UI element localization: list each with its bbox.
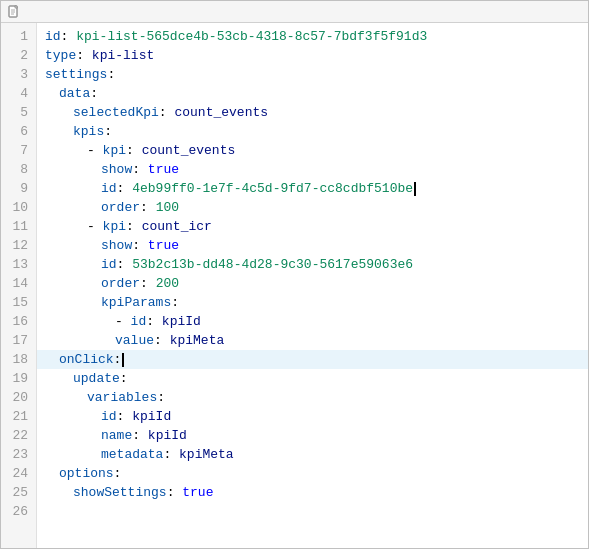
code-token: kpis — [73, 122, 104, 141]
code-token: : — [76, 46, 92, 65]
code-token: : — [146, 312, 162, 331]
editor-window: 1234567891011121314151617181920212223242… — [0, 0, 589, 549]
code-token: options — [59, 464, 114, 483]
line-number: 25 — [1, 483, 36, 502]
code-line: - kpi: count_events — [37, 141, 588, 160]
code-line: update: — [37, 369, 588, 388]
code-line: showSettings: true — [37, 483, 588, 502]
code-token: data — [59, 84, 90, 103]
code-token: id — [45, 27, 61, 46]
code-token: : — [117, 255, 133, 274]
code-line: order: 100 — [37, 198, 588, 217]
text-cursor — [414, 182, 416, 196]
code-token: show — [101, 236, 132, 255]
code-line: id: 53b2c13b-dd48-4d28-9c30-5617e59063e6 — [37, 255, 588, 274]
text-cursor — [122, 353, 124, 367]
code-token: - — [87, 141, 103, 160]
code-token: settings — [45, 65, 107, 84]
line-number: 2 — [1, 46, 36, 65]
code-token: - — [87, 217, 103, 236]
code-token: : — [132, 426, 148, 445]
code-token: count_events — [142, 141, 236, 160]
code-token: show — [101, 160, 132, 179]
code-line: onClick: — [37, 350, 588, 369]
code-token: : — [154, 331, 170, 350]
line-number: 3 — [1, 65, 36, 84]
code-token: : — [90, 84, 98, 103]
code-token: kpiMeta — [179, 445, 234, 464]
code-token: : — [126, 141, 142, 160]
code-token: : — [163, 445, 179, 464]
code-token: onClick — [59, 350, 114, 369]
code-token: 53b2c13b-dd48-4d28-9c30-5617e59063e6 — [132, 255, 413, 274]
code-token: : — [157, 388, 165, 407]
code-token: - — [115, 312, 131, 331]
code-line: - id: kpiId — [37, 312, 588, 331]
line-number: 18 — [1, 350, 36, 369]
code-content[interactable]: id: kpi-list-565dce4b-53cb-4318-8c57-7bd… — [37, 23, 588, 548]
code-token: : — [132, 236, 148, 255]
line-number: 13 — [1, 255, 36, 274]
code-token: name — [101, 426, 132, 445]
code-token: true — [148, 160, 179, 179]
code-token: true — [148, 236, 179, 255]
line-number: 8 — [1, 160, 36, 179]
code-line: type: kpi-list — [37, 46, 588, 65]
code-token: type — [45, 46, 76, 65]
line-number: 11 — [1, 217, 36, 236]
code-token: id — [101, 255, 117, 274]
line-number: 1 — [1, 27, 36, 46]
code-token: showSettings — [73, 483, 167, 502]
code-token: : — [117, 407, 133, 426]
line-number: 12 — [1, 236, 36, 255]
line-number: 17 — [1, 331, 36, 350]
code-token: : — [114, 464, 122, 483]
code-token: : — [114, 350, 122, 369]
code-token: kpi-list — [92, 46, 154, 65]
code-token: : — [61, 27, 77, 46]
code-token: : — [167, 483, 183, 502]
code-line: kpis: — [37, 122, 588, 141]
code-line: selectedKpi: count_events — [37, 103, 588, 122]
code-token: kpiId — [162, 312, 201, 331]
line-number: 5 — [1, 103, 36, 122]
code-line: name: kpiId — [37, 426, 588, 445]
line-number: 14 — [1, 274, 36, 293]
code-token: selectedKpi — [73, 103, 159, 122]
code-token: order — [101, 198, 140, 217]
code-token: 100 — [156, 198, 179, 217]
code-token: : — [132, 160, 148, 179]
code-token: id — [131, 312, 147, 331]
code-token: : — [140, 198, 156, 217]
code-line: data: — [37, 84, 588, 103]
line-numbers: 1234567891011121314151617181920212223242… — [1, 23, 37, 548]
code-line — [37, 502, 588, 521]
line-number: 6 — [1, 122, 36, 141]
line-number: 26 — [1, 502, 36, 521]
code-token: id — [101, 179, 117, 198]
file-icon — [7, 5, 21, 19]
code-line: kpiParams: — [37, 293, 588, 312]
code-token: id — [101, 407, 117, 426]
code-token: count_icr — [142, 217, 212, 236]
svg-rect-1 — [15, 6, 17, 8]
line-number: 20 — [1, 388, 36, 407]
code-token: order — [101, 274, 140, 293]
code-token: metadata — [101, 445, 163, 464]
code-token: 4eb99ff0-1e7f-4c5d-9fd7-cc8cdbf510be — [132, 179, 413, 198]
code-line: options: — [37, 464, 588, 483]
code-token: kpi-list-565dce4b-53cb-4318-8c57-7bdf3f5… — [76, 27, 427, 46]
code-line: order: 200 — [37, 274, 588, 293]
code-token: 200 — [156, 274, 179, 293]
line-number: 24 — [1, 464, 36, 483]
line-number: 15 — [1, 293, 36, 312]
editor-area[interactable]: 1234567891011121314151617181920212223242… — [1, 23, 588, 548]
code-line: id: 4eb99ff0-1e7f-4c5d-9fd7-cc8cdbf510be — [37, 179, 588, 198]
line-number: 7 — [1, 141, 36, 160]
line-number: 22 — [1, 426, 36, 445]
code-line: id: kpi-list-565dce4b-53cb-4318-8c57-7bd… — [37, 27, 588, 46]
code-line: value: kpiMeta — [37, 331, 588, 350]
code-token: kpiMeta — [170, 331, 225, 350]
code-token: : — [140, 274, 156, 293]
code-token: : — [171, 293, 179, 312]
